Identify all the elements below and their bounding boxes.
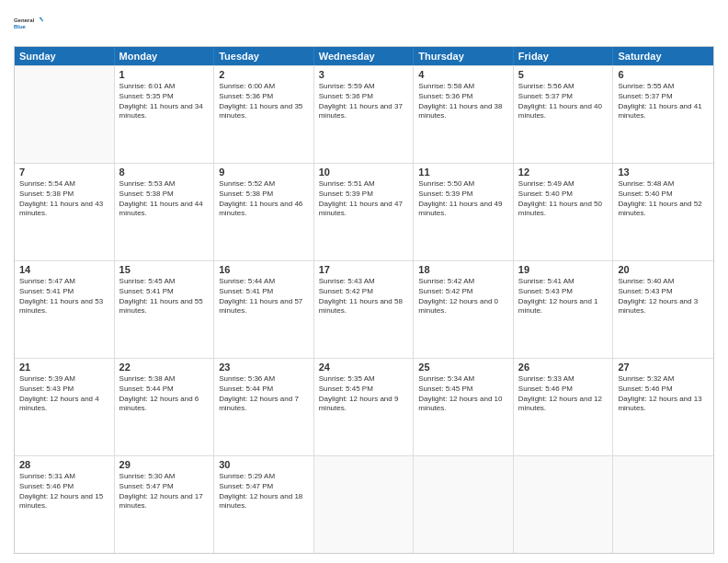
day-number: 5	[518, 69, 609, 80]
sunset-label: Sunset: 5:37 PM	[518, 92, 573, 100]
sunrise-label: Sunrise: 5:45 AM	[119, 277, 176, 285]
daylight-label: Daylight: 11 hours and 53 minutes.	[19, 297, 103, 316]
cell-info: Sunrise: 5:39 AM Sunset: 5:43 PM Dayligh…	[19, 374, 109, 414]
daylight-label: Daylight: 12 hours and 0 minutes.	[418, 297, 498, 316]
calendar: SundayMondayTuesdayWednesdayThursdayFrid…	[14, 46, 714, 554]
daylight-label: Daylight: 11 hours and 34 minutes.	[119, 102, 203, 121]
cal-cell	[314, 456, 415, 553]
day-number: 18	[418, 264, 508, 275]
day-number: 29	[119, 459, 210, 470]
sunset-label: Sunset: 5:47 PM	[119, 482, 174, 490]
daylight-label: Daylight: 12 hours and 3 minutes.	[618, 297, 698, 316]
sunrise-label: Sunrise: 5:56 AM	[518, 82, 574, 90]
sunrise-label: Sunrise: 5:55 AM	[618, 82, 674, 90]
cell-info: Sunrise: 6:00 AM Sunset: 5:36 PM Dayligh…	[219, 82, 309, 121]
sunset-label: Sunset: 5:41 PM	[119, 287, 174, 295]
daylight-label: Daylight: 11 hours and 49 minutes.	[418, 200, 502, 218]
sunset-label: Sunset: 5:39 PM	[319, 190, 373, 198]
sunrise-label: Sunrise: 5:49 AM	[518, 179, 574, 188]
daylight-label: Daylight: 12 hours and 10 minutes.	[418, 395, 502, 413]
cal-cell: 14 Sunrise: 5:47 AM Sunset: 5:41 PM Dayl…	[15, 261, 115, 358]
daylight-label: Daylight: 12 hours and 7 minutes.	[219, 395, 299, 413]
day-number: 21	[19, 362, 109, 373]
sunrise-label: Sunrise: 5:31 AM	[19, 472, 75, 480]
daylight-label: Daylight: 11 hours and 57 minutes.	[219, 297, 302, 316]
sunset-label: Sunset: 5:42 PM	[418, 287, 472, 295]
sunrise-label: Sunrise: 5:50 AM	[418, 179, 474, 188]
cal-cell: 10 Sunrise: 5:51 AM Sunset: 5:39 PM Dayl…	[314, 164, 415, 260]
day-number: 2	[219, 69, 309, 80]
header-day-sunday: Sunday	[15, 47, 115, 65]
sunrise-label: Sunrise: 6:00 AM	[219, 82, 275, 90]
sunset-label: Sunset: 5:40 PM	[518, 190, 573, 198]
sunset-label: Sunset: 5:38 PM	[19, 190, 74, 198]
cal-cell: 24 Sunrise: 5:35 AM Sunset: 5:45 PM Dayl…	[314, 359, 415, 455]
calendar-header: SundayMondayTuesdayWednesdayThursdayFrid…	[15, 47, 713, 65]
sunrise-label: Sunrise: 5:40 AM	[618, 277, 674, 285]
sunset-label: Sunset: 5:46 PM	[19, 482, 74, 490]
cal-cell: 6 Sunrise: 5:55 AM Sunset: 5:37 PM Dayli…	[613, 66, 713, 163]
week-row-1: 1 Sunrise: 6:01 AM Sunset: 5:35 PM Dayli…	[15, 65, 713, 163]
sunset-label: Sunset: 5:44 PM	[219, 385, 273, 393]
day-number: 24	[319, 362, 409, 373]
svg-marker-3	[40, 19, 43, 24]
day-number: 8	[119, 167, 210, 178]
daylight-label: Daylight: 11 hours and 47 minutes.	[319, 200, 403, 218]
sunrise-label: Sunrise: 5:42 AM	[418, 277, 474, 285]
cell-info: Sunrise: 5:35 AM Sunset: 5:45 PM Dayligh…	[319, 374, 409, 414]
cal-cell: 16 Sunrise: 5:44 AM Sunset: 5:41 PM Dayl…	[214, 261, 314, 358]
sunrise-label: Sunrise: 5:47 AM	[19, 277, 75, 285]
logo-svg: General Blue	[14, 9, 43, 39]
cell-info: Sunrise: 5:31 AM Sunset: 5:46 PM Dayligh…	[19, 472, 109, 511]
sunrise-label: Sunrise: 5:38 AM	[119, 374, 176, 383]
sunset-label: Sunset: 5:38 PM	[119, 190, 174, 198]
day-number: 7	[19, 167, 109, 178]
cell-info: Sunrise: 6:01 AM Sunset: 5:35 PM Dayligh…	[119, 82, 210, 121]
svg-text:Blue: Blue	[14, 24, 27, 29]
cell-info: Sunrise: 5:45 AM Sunset: 5:41 PM Dayligh…	[119, 277, 210, 316]
daylight-label: Daylight: 11 hours and 38 minutes.	[418, 102, 502, 121]
cal-cell: 11 Sunrise: 5:50 AM Sunset: 5:39 PM Dayl…	[414, 164, 514, 260]
day-number: 6	[618, 69, 709, 80]
header-day-thursday: Thursday	[414, 47, 514, 65]
day-number: 1	[119, 69, 210, 80]
sunset-label: Sunset: 5:37 PM	[618, 92, 672, 100]
header-day-tuesday: Tuesday	[214, 47, 314, 65]
cell-info: Sunrise: 5:42 AM Sunset: 5:42 PM Dayligh…	[418, 277, 508, 316]
cell-info: Sunrise: 5:51 AM Sunset: 5:39 PM Dayligh…	[319, 179, 409, 219]
cal-cell: 4 Sunrise: 5:58 AM Sunset: 5:36 PM Dayli…	[414, 66, 514, 163]
cal-cell: 8 Sunrise: 5:53 AM Sunset: 5:38 PM Dayli…	[115, 164, 215, 260]
cell-info: Sunrise: 5:48 AM Sunset: 5:40 PM Dayligh…	[618, 179, 709, 219]
cell-info: Sunrise: 5:49 AM Sunset: 5:40 PM Dayligh…	[518, 179, 609, 219]
sunrise-label: Sunrise: 5:54 AM	[19, 179, 75, 188]
daylight-label: Daylight: 12 hours and 18 minutes.	[219, 492, 302, 511]
sunrise-label: Sunrise: 5:36 AM	[219, 374, 275, 383]
day-number: 25	[418, 362, 508, 373]
daylight-label: Daylight: 11 hours and 46 minutes.	[219, 200, 302, 218]
week-row-2: 7 Sunrise: 5:54 AM Sunset: 5:38 PM Dayli…	[15, 163, 713, 260]
sunrise-label: Sunrise: 5:33 AM	[518, 374, 574, 383]
daylight-label: Daylight: 11 hours and 37 minutes.	[319, 102, 403, 121]
cal-cell	[15, 66, 115, 163]
daylight-label: Daylight: 12 hours and 17 minutes.	[119, 492, 203, 511]
sunrise-label: Sunrise: 5:41 AM	[518, 277, 574, 285]
sunrise-label: Sunrise: 5:30 AM	[119, 472, 176, 480]
sunset-label: Sunset: 5:43 PM	[618, 287, 672, 295]
sunrise-label: Sunrise: 5:59 AM	[319, 82, 375, 90]
day-number: 11	[418, 167, 508, 178]
sunset-label: Sunset: 5:36 PM	[418, 92, 472, 100]
sunset-label: Sunset: 5:44 PM	[119, 385, 174, 393]
day-number: 23	[219, 362, 309, 373]
sunset-label: Sunset: 5:42 PM	[319, 287, 373, 295]
daylight-label: Daylight: 11 hours and 40 minutes.	[518, 102, 602, 121]
daylight-label: Daylight: 12 hours and 13 minutes.	[618, 395, 701, 413]
sunset-label: Sunset: 5:43 PM	[19, 385, 74, 393]
sunset-label: Sunset: 5:46 PM	[518, 385, 573, 393]
daylight-label: Daylight: 11 hours and 58 minutes.	[319, 297, 403, 316]
sunrise-label: Sunrise: 5:29 AM	[219, 472, 275, 480]
sunrise-label: Sunrise: 5:32 AM	[618, 374, 674, 383]
cal-cell: 29 Sunrise: 5:30 AM Sunset: 5:47 PM Dayl…	[115, 456, 215, 553]
cal-cell: 26 Sunrise: 5:33 AM Sunset: 5:46 PM Dayl…	[514, 359, 614, 455]
daylight-label: Daylight: 11 hours and 55 minutes.	[119, 297, 203, 316]
sunrise-label: Sunrise: 5:48 AM	[618, 179, 674, 188]
